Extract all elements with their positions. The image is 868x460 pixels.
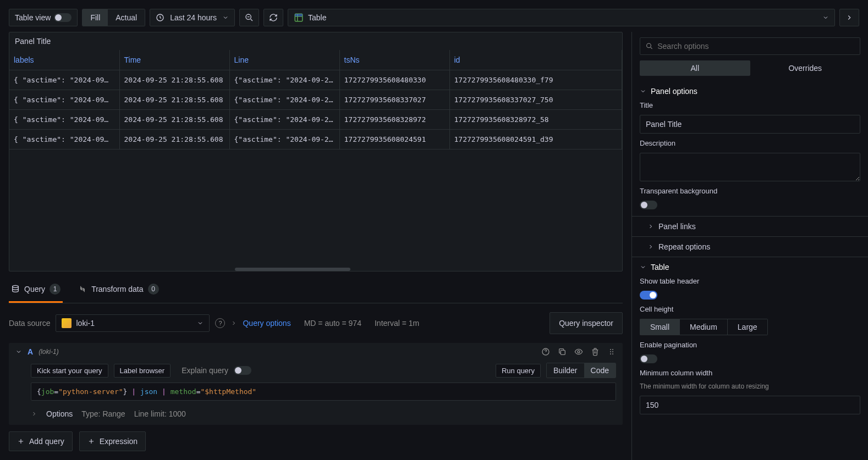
table-view-toggle[interactable]: Table view [9, 9, 78, 26]
options-label[interactable]: Options [46, 409, 73, 418]
transform-count-badge: 0 [148, 284, 159, 295]
section-table[interactable]: Table [632, 257, 868, 277]
svg-point-4 [13, 285, 19, 287]
table-cell: 2024-09-25 21:28:55.608 [119, 110, 229, 130]
time-range-picker[interactable]: Last 24 hours [150, 9, 235, 26]
query-code-editor[interactable]: {job="python-server"} | json | method="$… [31, 383, 616, 401]
transform-icon [78, 285, 87, 293]
fit-mode-group: Fill Actual [82, 9, 145, 26]
section-panel-options[interactable]: Panel options [632, 81, 868, 101]
column-header[interactable]: Time [119, 50, 229, 70]
description-label: Description [640, 139, 860, 147]
visualization-picker[interactable]: Table [288, 9, 835, 26]
table-cell: {"asctime": "2024-09-25 2 [229, 130, 339, 149]
chevron-right-icon[interactable] [31, 411, 37, 417]
title-input[interactable] [640, 115, 860, 134]
datasource-label: Data source [9, 319, 50, 328]
cell-height-small[interactable]: Small [640, 319, 680, 335]
tab-query-label: Query [24, 285, 45, 293]
copy-icon[interactable] [558, 347, 567, 356]
panel-title: Panel Title [9, 32, 622, 50]
code-mode-button[interactable]: Code [584, 363, 616, 378]
section-repeat-options[interactable]: Repeat options [632, 236, 868, 257]
svg-point-13 [612, 353, 613, 354]
kick-start-button[interactable]: Kick start your query [31, 364, 108, 378]
query-count-badge: 1 [50, 284, 61, 295]
column-header[interactable]: labels [9, 50, 119, 70]
trash-icon[interactable] [591, 347, 600, 356]
column-header[interactable]: Line [229, 50, 339, 70]
chevron-down-icon [640, 88, 646, 95]
svg-rect-6 [561, 350, 565, 354]
cell-height-group: Small Medium Large [640, 319, 768, 335]
help-icon[interactable] [541, 347, 550, 356]
options-sidebar: All Overrides Panel options Title Descri… [631, 32, 868, 460]
table-cell: { "asctime": "2024-09… [9, 70, 119, 90]
add-query-button[interactable]: Add query [9, 431, 73, 451]
column-header[interactable]: id [449, 50, 622, 70]
enable-pagination-switch[interactable] [640, 354, 657, 363]
title-label: Title [640, 101, 860, 109]
table-row[interactable]: { "asctime": "2024-09…2024-09-25 21:28:5… [9, 90, 622, 110]
query-inspector-button[interactable]: Query inspector [550, 312, 623, 334]
fill-button[interactable]: Fill [83, 9, 108, 26]
transparent-bg-switch[interactable] [640, 201, 657, 209]
interval-text: Interval = 1m [375, 319, 419, 328]
cell-height-large[interactable]: Large [727, 319, 768, 335]
table-cell: { "asctime": "2024-09… [9, 90, 119, 110]
table-view-switch[interactable] [54, 13, 72, 22]
svg-point-14 [647, 43, 651, 48]
query-block-a: A (loki-1) Kick start your query Label b… [9, 343, 623, 425]
svg-point-12 [610, 353, 611, 354]
section-panel-links[interactable]: Panel links [632, 216, 868, 236]
run-query-button[interactable]: Run query [496, 364, 541, 378]
chevron-down-icon[interactable] [15, 348, 22, 355]
tab-transform-label: Transform data [91, 285, 143, 293]
table-row[interactable]: { "asctime": "2024-09…2024-09-25 21:28:5… [9, 130, 622, 149]
query-datasource-sub: (loki-1) [39, 348, 59, 356]
svg-rect-3 [295, 14, 303, 16]
query-options-link[interactable]: Query options [243, 319, 290, 328]
add-expression-button[interactable]: Expression [79, 431, 146, 451]
svg-point-7 [578, 351, 580, 353]
min-col-width-input[interactable] [640, 396, 860, 414]
plus-icon [17, 437, 25, 445]
cell-height-medium[interactable]: Medium [679, 319, 728, 335]
search-options-input[interactable] [640, 37, 860, 55]
horizontal-scrollbar[interactable] [9, 268, 622, 271]
svg-point-9 [612, 349, 613, 350]
zoom-out-button[interactable] [239, 9, 259, 26]
tab-all[interactable]: All [640, 60, 750, 76]
column-header[interactable]: tsNs [339, 50, 449, 70]
datasource-help-button[interactable]: ? [215, 318, 225, 328]
table-cell: 1727279935608328972 [339, 110, 449, 130]
drag-handle-icon[interactable] [607, 347, 616, 356]
label-browser-button[interactable]: Label browser [114, 364, 171, 378]
refresh-button[interactable] [263, 9, 283, 26]
show-header-switch[interactable] [640, 291, 657, 300]
actual-button[interactable]: Actual [108, 9, 145, 26]
table-cell: 1727279935608480330 [339, 70, 449, 90]
query-letter[interactable]: A [28, 347, 33, 356]
explain-query-switch[interactable] [234, 366, 251, 375]
description-input[interactable] [640, 153, 860, 181]
chevron-down-icon [640, 264, 646, 270]
clock-icon [156, 13, 164, 22]
eye-icon[interactable] [574, 347, 583, 356]
tab-query[interactable]: Query 1 [9, 278, 63, 303]
visualization-name: Table [308, 13, 326, 22]
loki-logo-icon [62, 318, 72, 328]
builder-mode-button[interactable]: Builder [547, 363, 584, 378]
zoom-out-icon [245, 13, 254, 22]
enable-pagination-label: Enable pagination [640, 341, 860, 349]
table-row[interactable]: { "asctime": "2024-09…2024-09-25 21:28:5… [9, 110, 622, 130]
time-range-label: Last 24 hours [170, 13, 217, 22]
panel-options-expand-button[interactable] [839, 9, 859, 26]
tab-overrides[interactable]: Overrides [750, 60, 861, 76]
table-row[interactable]: { "asctime": "2024-09…2024-09-25 21:28:5… [9, 70, 622, 90]
tab-transform[interactable]: Transform data 0 [76, 278, 161, 303]
panel-preview: Panel Title labels Time Line tsNs id { "… [9, 32, 623, 271]
svg-point-11 [612, 351, 613, 352]
table-cell: 1727279935608337027 [339, 90, 449, 110]
datasource-select[interactable]: loki-1 [56, 314, 210, 332]
